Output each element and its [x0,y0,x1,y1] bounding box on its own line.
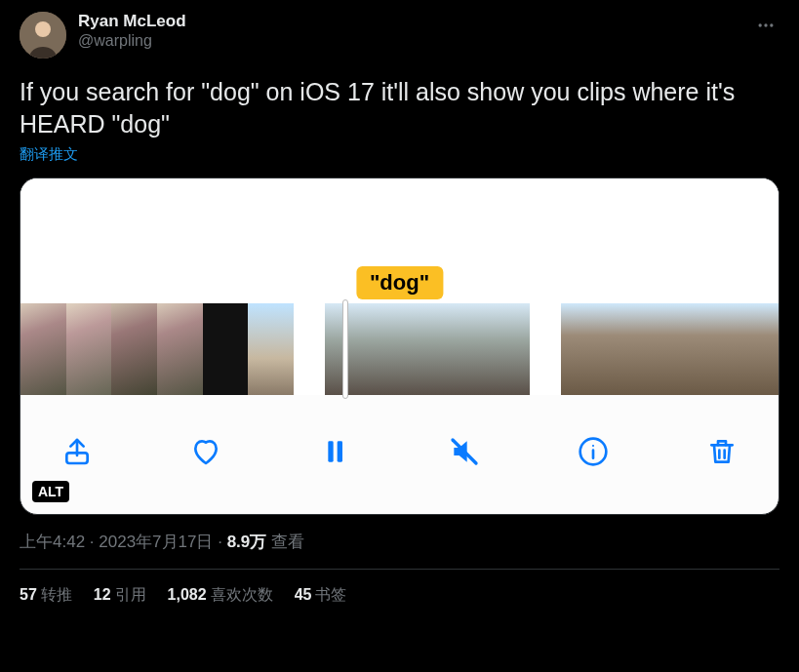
retweets-count: 57 [20,586,37,603]
likes-stat[interactable]: 1,082喜欢次数 [168,585,273,606]
tweet-text: If you search for "dog" on iOS 17 it'll … [20,76,779,139]
tweet-container: Ryan McLeod @warpling If you search for … [0,0,799,621]
thumbnail [66,303,112,395]
tweet-time[interactable]: 上午4:42 [20,533,85,551]
likes-label: 喜欢次数 [211,586,273,603]
bookmarks-count: 45 [295,586,312,603]
media-top-area: "dog" [20,178,779,303]
user-block: Ryan McLeod @warpling [78,12,186,52]
thumbnail [670,303,706,395]
tweet-meta: 上午4:42 · 2023年7月17日 · 8.9万 查看 [20,531,779,553]
clip-group-2[interactable] [325,303,530,395]
thumbnail [597,303,633,395]
media-card[interactable]: "dog" [20,178,779,515]
retweets-stat[interactable]: 57转推 [20,585,72,606]
svg-point-3 [764,23,767,26]
playhead[interactable] [342,299,348,399]
separator: · [213,533,226,551]
thumbnail [157,303,203,395]
thumbnail [633,303,669,395]
avatar[interactable] [20,12,66,59]
thumbnail [706,303,742,395]
thumbnail [20,303,66,395]
heart-button[interactable] [188,434,223,469]
trash-button[interactable] [704,434,739,469]
translate-link[interactable]: 翻译推文 [20,145,779,164]
thumbnail [111,303,157,395]
separator: · [85,533,99,551]
likes-count: 1,082 [168,586,207,603]
svg-point-4 [770,23,773,26]
display-name[interactable]: Ryan McLeod [78,12,186,31]
bookmarks-stat[interactable]: 45书签 [295,585,347,606]
share-button[interactable] [60,434,95,469]
bookmarks-label: 书签 [315,586,346,603]
quotes-label: 引用 [115,586,146,603]
tweet-date[interactable]: 2023年7月17日 [99,533,213,551]
svg-point-2 [759,23,762,26]
views-count: 8.9万 [227,533,267,551]
retweets-label: 转推 [41,586,72,603]
svg-point-1 [35,21,51,37]
alt-badge[interactable]: ALT [32,481,69,502]
svg-point-11 [592,445,594,447]
svg-rect-7 [338,441,342,461]
mute-button[interactable] [447,434,482,469]
info-button[interactable] [576,434,611,469]
quotes-count: 12 [94,586,111,603]
svg-rect-6 [329,441,334,461]
timeline-strip[interactable] [20,303,779,395]
thumbnail [325,303,393,395]
tweet-header: Ryan McLeod @warpling [20,12,779,59]
pause-button[interactable] [317,434,352,469]
stats-row: 57转推 12引用 1,082喜欢次数 45书签 [20,570,779,621]
thumbnail [742,303,779,395]
thumbnail [461,303,530,395]
media-toolbar [20,395,779,485]
thumbnail [203,303,249,395]
thumbnail [393,303,461,395]
views-label: 查看 [271,533,304,551]
thumbnail [248,303,294,395]
clip-group-1[interactable] [20,303,294,395]
quotes-stat[interactable]: 12引用 [94,585,146,606]
caption-tag: "dog" [356,266,443,299]
more-button[interactable] [752,12,779,43]
clip-group-3[interactable] [561,303,779,395]
user-handle[interactable]: @warpling [78,31,186,52]
thumbnail [561,303,597,395]
